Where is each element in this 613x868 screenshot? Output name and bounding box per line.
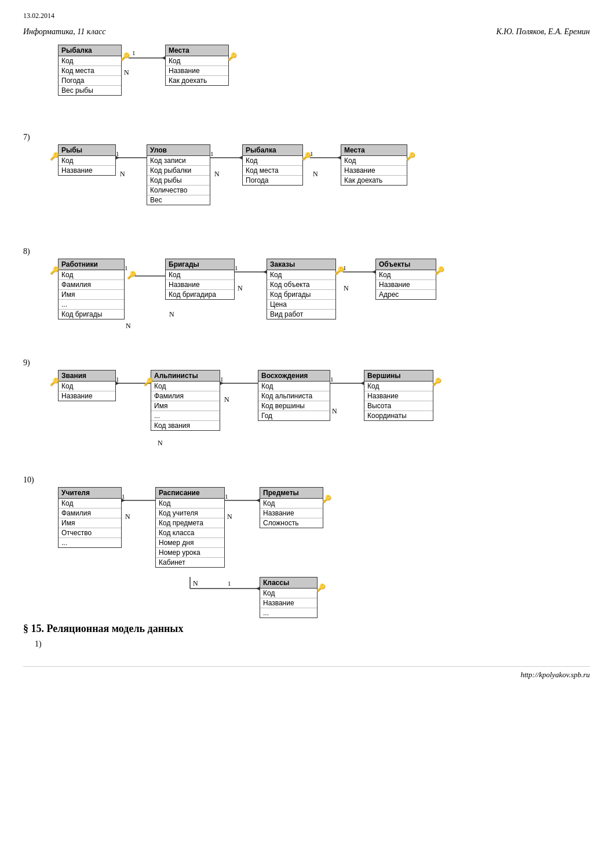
table-klassy: Классы Код Название ... xyxy=(260,577,318,618)
label-1e: 1 xyxy=(235,264,238,271)
table-raspisanie: Расписание Код Код учителя Код предмета … xyxy=(155,487,225,568)
label-1: 1 xyxy=(116,150,119,157)
table-row: Код xyxy=(341,156,407,166)
author-label: К.Ю. Поляков, Е.А. Еремин xyxy=(496,27,590,37)
table-header: Предметы xyxy=(260,488,323,499)
table-row: Код рыбалки xyxy=(147,166,210,176)
table-predmety: Предметы Код Название Сложность xyxy=(260,487,323,528)
table-row: Код альпиниста xyxy=(258,391,330,401)
table-header: Объекты xyxy=(376,259,436,270)
table-row: Название xyxy=(166,280,234,290)
diagram-8: Работники Код Фамилия Имя ... Код бригад… xyxy=(58,259,590,348)
key-icon-pred: 🔑 xyxy=(322,494,332,504)
table-obekty: Объекты Код Название Адрес xyxy=(375,259,436,300)
section-8-label: 8) xyxy=(23,247,590,256)
table-row: Код места xyxy=(59,66,121,76)
page-footer: http://kpolyakov.spb.ru xyxy=(23,666,590,680)
table-row: Код xyxy=(151,382,220,391)
table-rybalka7: Рыбалка Код Код места Погода xyxy=(242,144,303,186)
section-10-label: 10) xyxy=(23,475,590,485)
table-header: Классы xyxy=(260,578,317,589)
table-row: Код xyxy=(260,589,317,598)
table-rybalka: Рыбалка Код Код места Погода Вес рыбы xyxy=(58,45,122,96)
table-header: Расписание xyxy=(156,488,224,499)
table-row: Название xyxy=(376,280,436,290)
label-n13: N xyxy=(193,579,198,587)
table-row: Вес xyxy=(147,195,210,205)
table-row: Код записи xyxy=(147,156,210,166)
table-rabotniki: Работники Код Фамилия Имя ... Код бригад… xyxy=(58,259,125,319)
table-row: Код xyxy=(364,382,433,391)
table-row: Как доехать xyxy=(341,176,407,185)
header-row: Информатика, 11 класс К.Ю. Поляков, Е.А.… xyxy=(23,27,590,37)
table-header: Альпинисты xyxy=(151,371,220,382)
table-mesta7: Места Код Название Как доехать xyxy=(341,144,407,186)
table-row: Имя xyxy=(151,401,220,411)
table-header: Звания xyxy=(59,371,115,382)
table-alpinisty: Альпинисты Код Фамилия Имя ... Код звани… xyxy=(151,370,220,431)
table-row: Код рыбы xyxy=(147,176,210,186)
subsection-1: 1) xyxy=(35,640,590,649)
label-n: N xyxy=(120,170,125,178)
table-row: Как доехать xyxy=(166,76,228,85)
table-header: Рыбалка xyxy=(243,145,302,156)
key-icon-ryby: 🔑 xyxy=(50,151,60,161)
table-row: Сложность xyxy=(260,518,323,528)
table-row: Номер дня xyxy=(156,538,224,548)
table-row: Погода xyxy=(59,76,121,86)
table-row: Код бригады xyxy=(267,290,335,300)
table-header: Рыбы xyxy=(59,145,115,156)
key-icon-ob: 🔑 xyxy=(435,266,445,275)
label-n9: N xyxy=(224,395,229,404)
key-icon-ver: 🔑 xyxy=(432,377,442,387)
table-row: Код xyxy=(156,499,224,509)
footer-url: http://kpolyakov.spb.ru xyxy=(520,670,590,679)
table-row: Номер урока xyxy=(156,548,224,558)
label-n10: N xyxy=(332,407,337,415)
table-row: Название xyxy=(59,391,115,401)
table-header: Восхождения xyxy=(258,371,330,382)
header-info: 13.02.2014 xyxy=(23,12,54,23)
table-row: ... xyxy=(59,538,121,547)
table-row: Отчество xyxy=(59,528,121,538)
table-row: Количество xyxy=(147,186,210,195)
table-row: Название xyxy=(260,598,317,608)
table-row: Название xyxy=(364,391,433,401)
table-ryby: Рыбы Код Название xyxy=(58,144,116,176)
table-row: Код места xyxy=(243,166,302,176)
table-header: Вершины xyxy=(364,371,433,382)
label-n6: N xyxy=(238,284,243,292)
label-n2: N xyxy=(214,170,220,178)
table-ulov: Улов Код записи Код рыбалки Код рыбы Кол… xyxy=(147,144,210,205)
label-1c: 1 xyxy=(310,150,313,157)
table-header: Учителя xyxy=(59,488,121,499)
label-1g: 1 xyxy=(116,376,119,383)
table-row: Фамилия xyxy=(59,280,124,290)
key-icon-mesta: 🔑 xyxy=(406,151,416,161)
table-zakazy: Заказы Код Код объекта Код бригады Цена … xyxy=(267,259,336,319)
d7-svg: Рыбы Код Название 🔑 1 N Улов Код записи … xyxy=(58,144,492,234)
table-header: Рыбалка xyxy=(59,45,121,56)
table-row: Кабинет xyxy=(156,558,224,567)
table-row: Код бригадира xyxy=(166,290,234,299)
table-row: Код объекта xyxy=(267,280,335,290)
label-n4: N xyxy=(126,322,131,330)
label-1l: 1 xyxy=(228,580,231,587)
label-n11: N xyxy=(125,513,130,521)
label-1i: 1 xyxy=(330,376,334,383)
table-row: Фамилия xyxy=(151,391,220,401)
table-row: Код xyxy=(59,382,115,391)
label-1: 1 xyxy=(132,49,136,56)
intro-svg: Рыбалка Код Код места Погода Вес рыбы 🔑 … xyxy=(58,45,301,120)
table-row: Код xyxy=(166,56,228,66)
table-header: Места xyxy=(341,145,407,156)
label-1b: 1 xyxy=(210,150,214,157)
diagram-9: Звания Код Название 🔑 1 N Альпинисты Код… xyxy=(58,370,590,465)
key-icon: 🔑 xyxy=(121,52,130,61)
section-7-label: 7) xyxy=(23,133,590,142)
label-1k: 1 xyxy=(225,493,228,500)
section-9-label: 9) xyxy=(23,358,590,368)
section-15-heading: § 15. Реляционная модель данных xyxy=(23,623,590,635)
key-icon-klass: 🔑 xyxy=(316,583,326,593)
table-mesta: Места Код Название Как доехать xyxy=(165,45,229,86)
